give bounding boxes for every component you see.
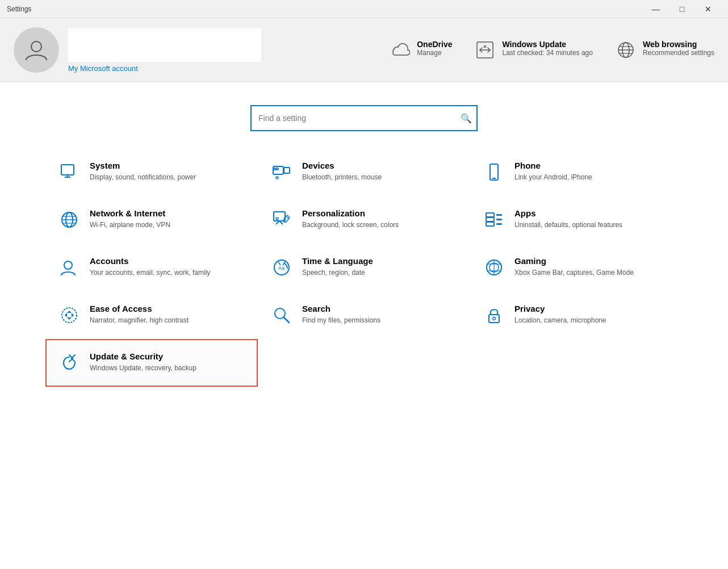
- svg-rect-42: [489, 315, 499, 323]
- update-icon: [58, 352, 81, 374]
- gaming-title: Gaming: [514, 256, 634, 266]
- svg-rect-26: [496, 219, 502, 220]
- personalization-title: Personalization: [302, 208, 399, 218]
- web-browsing-text: Web browsing Recommended settings: [643, 40, 714, 57]
- system-text: System Display, sound, notifications, po…: [90, 161, 196, 182]
- time-icon: Aa: [270, 256, 293, 279]
- system-icon: [58, 161, 81, 183]
- setting-item-apps[interactable]: Apps Uninstall, defaults, optional featu…: [470, 196, 683, 244]
- ease-title: Ease of Access: [90, 304, 189, 313]
- setting-item-devices[interactable]: Devices Bluetooth, printers, mouse: [258, 148, 470, 196]
- personalization-desc: Background, lock screen, colors: [302, 220, 399, 230]
- svg-point-39: [62, 308, 77, 323]
- search-section: 🔍: [0, 82, 728, 148]
- app-title: Settings: [7, 5, 31, 13]
- maximize-button[interactable]: □: [669, 0, 695, 18]
- personalization-icon: [270, 208, 293, 231]
- apps-title: Apps: [514, 208, 622, 218]
- minimize-button[interactable]: —: [643, 0, 669, 18]
- update-text: Update & Security Windows Update, recove…: [90, 352, 196, 373]
- svg-rect-28: [486, 213, 494, 217]
- user-section: My Microsoft account: [14, 27, 390, 73]
- svg-line-41: [284, 317, 289, 323]
- onedrive-text: OneDrive Manage: [417, 40, 452, 57]
- web-browsing-title: Web browsing: [643, 40, 714, 49]
- windows-update-item[interactable]: Windows Update Last checked: 34 minutes …: [475, 40, 592, 60]
- svg-rect-27: [496, 223, 502, 225]
- setting-item-gaming[interactable]: Gaming Xbox Game Bar, captures, Game Mod…: [470, 244, 683, 291]
- devices-desc: Bluetooth, printers, mouse: [302, 173, 382, 182]
- title-bar: Settings — □ ✕: [0, 0, 728, 18]
- privacy-title: Privacy: [514, 304, 606, 313]
- gaming-desc: Xbox Game Bar, captures, Game Mode: [514, 268, 634, 278]
- svg-rect-10: [273, 166, 283, 174]
- settings-grid: System Display, sound, notifications, po…: [0, 148, 728, 387]
- svg-point-12: [276, 177, 278, 179]
- onedrive-item[interactable]: OneDrive Manage: [390, 40, 452, 60]
- time-text: Time & Language Speech, region, date: [302, 256, 373, 278]
- header: My Microsoft account OneDrive Manage: [0, 18, 728, 82]
- svg-rect-11: [284, 168, 290, 173]
- network-icon: [58, 208, 81, 231]
- setting-item-system[interactable]: System Display, sound, notifications, po…: [45, 148, 258, 196]
- setting-item-privacy[interactable]: Privacy Location, camera, microphone: [470, 291, 683, 339]
- search-box: 🔍: [250, 105, 478, 131]
- svg-rect-13: [274, 168, 276, 170]
- time-title: Time & Language: [302, 256, 373, 266]
- system-title: System: [90, 161, 196, 170]
- setting-item-accounts[interactable]: Accounts Your accounts, email, sync, wor…: [45, 244, 258, 291]
- svg-rect-25: [496, 214, 502, 216]
- setting-item-network[interactable]: Network & Internet Wi-Fi, airplane mode,…: [45, 196, 258, 244]
- svg-rect-7: [61, 165, 74, 175]
- search-button[interactable]: 🔍: [461, 113, 472, 124]
- svg-rect-15: [490, 164, 498, 180]
- onedrive-subtitle: Manage: [417, 49, 452, 57]
- apps-icon: [483, 208, 505, 231]
- setting-item-update[interactable]: Update & Security Windows Update, recove…: [45, 339, 258, 387]
- microsoft-account-link[interactable]: My Microsoft account: [68, 64, 261, 73]
- devices-text: Devices Bluetooth, printers, mouse: [302, 161, 382, 182]
- phone-desc: Link your Android, iPhone: [514, 173, 592, 182]
- setting-item-ease[interactable]: Ease of Access Narrator, magnifier, high…: [45, 291, 258, 339]
- accounts-icon: [58, 256, 81, 279]
- setting-item-time[interactable]: Aa Time & Language Speech, region, date: [258, 244, 470, 291]
- setting-item-phone[interactable]: Phone Link your Android, iPhone: [470, 148, 683, 196]
- setting-item-personalization[interactable]: Personalization Background, lock screen,…: [258, 196, 470, 244]
- update-desc: Windows Update, recovery, backup: [90, 363, 196, 373]
- gaming-text: Gaming Xbox Game Bar, captures, Game Mod…: [514, 256, 634, 278]
- apps-desc: Uninstall, defaults, optional features: [514, 220, 622, 230]
- close-button[interactable]: ✕: [695, 0, 721, 18]
- windows-update-icon: [475, 40, 495, 60]
- windows-update-title: Windows Update: [502, 40, 592, 49]
- privacy-desc: Location, camera, microphone: [514, 316, 606, 325]
- svg-text:Aa: Aa: [278, 265, 284, 271]
- web-browsing-subtitle: Recommended settings: [643, 49, 714, 57]
- search-icon: [270, 304, 293, 327]
- search-text: Search Find my files, permissions: [302, 304, 380, 325]
- setting-item-search[interactable]: Search Find my files, permissions: [258, 291, 470, 339]
- privacy-icon: [483, 304, 505, 327]
- ease-desc: Narrator, magnifier, high contrast: [90, 316, 189, 325]
- network-desc: Wi-Fi, airplane mode, VPN: [90, 220, 170, 230]
- user-info: My Microsoft account: [68, 28, 261, 73]
- svg-point-0: [31, 41, 41, 52]
- system-desc: Display, sound, notifications, power: [90, 173, 196, 182]
- svg-point-43: [493, 317, 496, 320]
- update-title: Update & Security: [90, 352, 196, 361]
- phone-title: Phone: [514, 161, 592, 170]
- ease-text: Ease of Access Narrator, magnifier, high…: [90, 304, 189, 325]
- network-title: Network & Internet: [90, 208, 170, 218]
- svg-rect-14: [277, 168, 278, 170]
- web-browsing-item[interactable]: Web browsing Recommended settings: [616, 40, 714, 60]
- onedrive-title: OneDrive: [417, 40, 452, 49]
- window-controls: — □ ✕: [643, 0, 721, 18]
- phone-text: Phone Link your Android, iPhone: [514, 161, 592, 182]
- search-desc: Find my files, permissions: [302, 316, 380, 325]
- gaming-icon: [483, 256, 505, 279]
- accounts-text: Accounts Your accounts, email, sync, wor…: [90, 256, 210, 278]
- header-right: OneDrive Manage Windows Update Last chec…: [390, 40, 714, 60]
- user-name-input[interactable]: [68, 28, 261, 62]
- windows-update-text: Windows Update Last checked: 34 minutes …: [502, 40, 592, 57]
- ease-icon: [58, 304, 81, 327]
- search-input[interactable]: [252, 106, 476, 130]
